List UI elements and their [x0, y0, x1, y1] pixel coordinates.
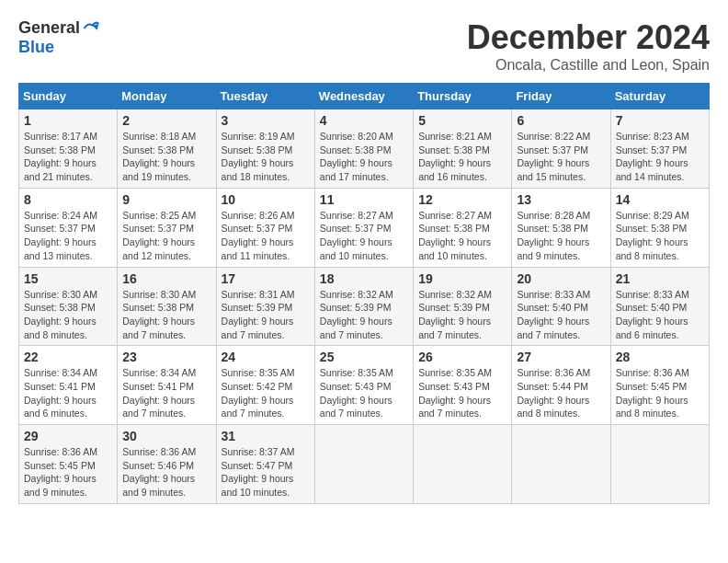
day-info: Sunrise: 8:33 AMSunset: 5:40 PMDaylight:…	[517, 288, 605, 342]
table-row: 25Sunrise: 8:35 AMSunset: 5:43 PMDayligh…	[314, 346, 413, 425]
day-number: 6	[517, 113, 605, 128]
day-info: Sunrise: 8:37 AMSunset: 5:47 PMDaylight:…	[222, 445, 310, 500]
table-row: 6Sunrise: 8:22 AMSunset: 5:37 PMDaylight…	[512, 109, 610, 189]
table-row: 31Sunrise: 8:37 AMSunset: 5:47 PMDayligh…	[216, 425, 314, 504]
day-number: 23	[122, 350, 210, 364]
day-number: 3	[222, 113, 310, 128]
col-tuesday: Tuesday	[216, 84, 314, 109]
day-number: 20	[517, 271, 605, 286]
table-row: 10Sunrise: 8:26 AMSunset: 5:37 PMDayligh…	[216, 188, 314, 267]
table-row	[414, 425, 512, 504]
day-info: Sunrise: 8:26 AMSunset: 5:37 PMDaylight:…	[222, 209, 310, 263]
day-info: Sunrise: 8:22 AMSunset: 5:37 PMDaylight:…	[517, 130, 605, 184]
logo: General Blue	[18, 18, 100, 57]
table-row: 2Sunrise: 8:18 AMSunset: 5:38 PMDaylight…	[118, 109, 216, 189]
day-number: 16	[122, 271, 210, 286]
col-wednesday: Wednesday	[314, 84, 413, 109]
day-number: 25	[320, 350, 408, 364]
table-row: 21Sunrise: 8:33 AMSunset: 5:40 PMDayligh…	[610, 267, 709, 346]
day-number: 1	[24, 113, 112, 128]
day-info: Sunrise: 8:17 AMSunset: 5:38 PMDaylight:…	[24, 130, 112, 184]
table-row: 28Sunrise: 8:36 AMSunset: 5:45 PMDayligh…	[610, 346, 709, 425]
day-info: Sunrise: 8:30 AMSunset: 5:38 PMDaylight:…	[24, 288, 112, 342]
day-number: 14	[616, 192, 704, 207]
calendar-week-row: 1Sunrise: 8:17 AMSunset: 5:38 PMDaylight…	[19, 109, 710, 189]
day-number: 17	[222, 271, 310, 286]
table-row: 4Sunrise: 8:20 AMSunset: 5:38 PMDaylight…	[314, 109, 413, 189]
day-info: Sunrise: 8:20 AMSunset: 5:38 PMDaylight:…	[320, 130, 408, 184]
calendar-week-row: 8Sunrise: 8:24 AMSunset: 5:37 PMDaylight…	[19, 188, 710, 267]
day-number: 29	[24, 429, 112, 443]
day-number: 19	[418, 271, 506, 286]
calendar-week-row: 15Sunrise: 8:30 AMSunset: 5:38 PMDayligh…	[19, 267, 710, 346]
day-info: Sunrise: 8:36 AMSunset: 5:45 PMDaylight:…	[24, 445, 112, 500]
table-row	[512, 425, 610, 504]
table-row: 11Sunrise: 8:27 AMSunset: 5:37 PMDayligh…	[314, 188, 413, 267]
table-row	[314, 425, 413, 504]
day-info: Sunrise: 8:32 AMSunset: 5:39 PMDaylight:…	[418, 288, 506, 342]
table-row: 1Sunrise: 8:17 AMSunset: 5:38 PMDaylight…	[19, 109, 118, 189]
table-row: 14Sunrise: 8:29 AMSunset: 5:38 PMDayligh…	[610, 188, 709, 267]
logo-general: General	[18, 18, 80, 38]
table-row: 23Sunrise: 8:34 AMSunset: 5:41 PMDayligh…	[118, 346, 216, 425]
table-row: 18Sunrise: 8:32 AMSunset: 5:39 PMDayligh…	[314, 267, 413, 346]
day-number: 15	[24, 271, 112, 286]
day-info: Sunrise: 8:27 AMSunset: 5:37 PMDaylight:…	[320, 209, 408, 263]
table-row: 20Sunrise: 8:33 AMSunset: 5:40 PMDayligh…	[512, 267, 610, 346]
logo-blue: Blue	[18, 38, 54, 57]
day-info: Sunrise: 8:24 AMSunset: 5:37 PMDaylight:…	[24, 209, 112, 263]
day-number: 13	[517, 192, 605, 207]
table-row: 8Sunrise: 8:24 AMSunset: 5:37 PMDaylight…	[19, 188, 118, 267]
logo-icon	[82, 19, 100, 38]
table-row: 30Sunrise: 8:36 AMSunset: 5:46 PMDayligh…	[118, 425, 216, 504]
table-row: 16Sunrise: 8:30 AMSunset: 5:38 PMDayligh…	[118, 267, 216, 346]
day-number: 10	[222, 192, 310, 207]
month-title: December 2024	[467, 18, 710, 57]
col-friday: Friday	[512, 84, 610, 109]
day-info: Sunrise: 8:36 AMSunset: 5:44 PMDaylight:…	[517, 366, 605, 420]
col-thursday: Thursday	[414, 84, 512, 109]
day-info: Sunrise: 8:19 AMSunset: 5:38 PMDaylight:…	[222, 130, 310, 184]
day-number: 24	[222, 350, 310, 364]
day-number: 27	[517, 350, 605, 364]
table-row	[610, 425, 709, 504]
day-info: Sunrise: 8:31 AMSunset: 5:39 PMDaylight:…	[222, 288, 310, 342]
table-row: 29Sunrise: 8:36 AMSunset: 5:45 PMDayligh…	[19, 425, 118, 504]
table-row: 7Sunrise: 8:23 AMSunset: 5:37 PMDaylight…	[610, 109, 709, 189]
day-number: 8	[24, 192, 112, 207]
day-info: Sunrise: 8:35 AMSunset: 5:43 PMDaylight:…	[320, 366, 408, 420]
day-info: Sunrise: 8:33 AMSunset: 5:40 PMDaylight:…	[616, 288, 704, 342]
day-info: Sunrise: 8:30 AMSunset: 5:38 PMDaylight:…	[122, 288, 210, 342]
day-number: 21	[616, 271, 704, 286]
day-info: Sunrise: 8:34 AMSunset: 5:41 PMDaylight:…	[122, 366, 210, 420]
day-info: Sunrise: 8:21 AMSunset: 5:38 PMDaylight:…	[418, 130, 506, 184]
day-info: Sunrise: 8:28 AMSunset: 5:38 PMDaylight:…	[517, 209, 605, 263]
day-info: Sunrise: 8:29 AMSunset: 5:38 PMDaylight:…	[616, 209, 704, 263]
day-number: 22	[24, 350, 112, 364]
table-row: 3Sunrise: 8:19 AMSunset: 5:38 PMDaylight…	[216, 109, 314, 189]
table-row: 22Sunrise: 8:34 AMSunset: 5:41 PMDayligh…	[19, 346, 118, 425]
page-header: General Blue December 2024 Oncala, Casti…	[18, 18, 710, 74]
calendar-table: Sunday Monday Tuesday Wednesday Thursday…	[18, 83, 710, 504]
day-info: Sunrise: 8:34 AMSunset: 5:41 PMDaylight:…	[24, 366, 112, 420]
col-sunday: Sunday	[19, 84, 118, 109]
col-saturday: Saturday	[610, 84, 709, 109]
day-info: Sunrise: 8:25 AMSunset: 5:37 PMDaylight:…	[122, 209, 210, 263]
col-monday: Monday	[118, 84, 216, 109]
day-number: 4	[320, 113, 408, 128]
day-number: 26	[418, 350, 506, 364]
location-title: Oncala, Castille and Leon, Spain	[467, 57, 710, 74]
day-number: 2	[122, 113, 210, 128]
day-info: Sunrise: 8:36 AMSunset: 5:46 PMDaylight:…	[122, 445, 210, 500]
day-info: Sunrise: 8:36 AMSunset: 5:45 PMDaylight:…	[616, 366, 704, 420]
title-area: December 2024 Oncala, Castille and Leon,…	[467, 18, 710, 74]
day-number: 30	[122, 429, 210, 443]
table-row: 24Sunrise: 8:35 AMSunset: 5:42 PMDayligh…	[216, 346, 314, 425]
day-number: 5	[418, 113, 506, 128]
table-row: 5Sunrise: 8:21 AMSunset: 5:38 PMDaylight…	[414, 109, 512, 189]
day-info: Sunrise: 8:35 AMSunset: 5:42 PMDaylight:…	[222, 366, 310, 420]
table-row: 17Sunrise: 8:31 AMSunset: 5:39 PMDayligh…	[216, 267, 314, 346]
day-number: 11	[320, 192, 408, 207]
table-row: 13Sunrise: 8:28 AMSunset: 5:38 PMDayligh…	[512, 188, 610, 267]
day-info: Sunrise: 8:32 AMSunset: 5:39 PMDaylight:…	[320, 288, 408, 342]
